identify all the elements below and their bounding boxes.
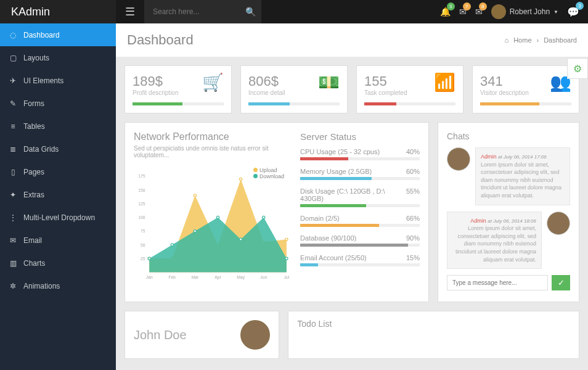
sidebar-item-extras[interactable]: ✦Extras	[0, 183, 116, 206]
server-pct: 55%	[406, 187, 420, 202]
sidebar-item-label: Extras	[23, 191, 44, 199]
user-menu[interactable]: Robert John ▼	[491, 4, 558, 19]
svg-point-16	[194, 194, 196, 197]
sidebar-item-label: Forms	[23, 99, 44, 108]
server-pct: 66%	[406, 215, 420, 222]
svg-text:25: 25	[141, 257, 145, 261]
svg-text:75: 75	[141, 229, 145, 233]
avatar	[240, 320, 270, 350]
sidebar-icon: ✉	[9, 236, 17, 245]
svg-text:100: 100	[138, 215, 145, 220]
server-item: Database (90/100)90%	[300, 234, 420, 247]
sidebar-icon: ⋮	[9, 213, 17, 222]
bell-icon[interactable]: 🔔3	[440, 7, 451, 17]
search-icon[interactable]: 🔍	[245, 7, 256, 17]
sidebar-icon: ▢	[9, 54, 17, 62]
page-header: Dashboard ⌂ Home › Dashboard	[116, 23, 588, 57]
sidebar-item-tables[interactable]: ≡Tables	[0, 115, 116, 138]
sidebar-item-label: Data Grids	[23, 145, 59, 154]
sidebar-item-pages[interactable]: ▯Pages	[0, 160, 116, 183]
settings-gear-icon[interactable]: ⚙	[567, 58, 588, 79]
svg-text:Feb: Feb	[169, 275, 176, 279]
svg-text:Jan: Jan	[146, 275, 153, 279]
svg-point-25	[240, 238, 242, 240]
sidebar-icon: ✈	[9, 76, 17, 85]
envelope-icon[interactable]: ✉7	[459, 7, 467, 17]
server-item: CPU Usage (25 - 32 cpus)40%	[300, 148, 420, 160]
stat-icon: 🛒	[202, 72, 224, 92]
avatar	[491, 4, 506, 19]
svg-point-23	[194, 230, 196, 232]
user-card-name: John Doe	[134, 328, 187, 342]
server-title: Server Status	[300, 131, 420, 142]
sidebar-item-data-grids[interactable]: ≣Data Grids	[0, 138, 116, 160]
page-title: Dashboard	[127, 32, 194, 48]
server-item: Memory Usage (2.5GB)60%	[300, 168, 420, 180]
envelope-badge: 7	[463, 2, 471, 10]
server-label: Email Account (25/50)	[300, 254, 367, 261]
search-input[interactable]	[153, 7, 245, 16]
stat-icon: 💵	[318, 72, 340, 92]
send-button[interactable]: ✓	[552, 275, 570, 290]
tasks-icon[interactable]: ✉8	[475, 7, 483, 17]
menu-toggle-icon[interactable]: ☰	[116, 5, 144, 18]
sidebar-item-label: Layouts	[23, 54, 49, 62]
chat-author: Admin	[481, 154, 497, 160]
network-chart: Upload Download 255075100125150175JanFeb…	[134, 163, 289, 293]
chat-input[interactable]	[447, 275, 548, 290]
stat-card: 341Visitor description👥	[472, 65, 579, 113]
server-pct: 60%	[406, 168, 420, 175]
chevron-right-icon: ›	[537, 36, 539, 44]
breadcrumb-home[interactable]: Home	[513, 36, 531, 44]
sidebar-icon: ✲	[9, 282, 17, 290]
sidebar-icon: ✦	[9, 191, 17, 199]
sidebar-item-email[interactable]: ✉Email	[0, 229, 116, 252]
sidebar-item-forms[interactable]: ✎Forms	[0, 92, 116, 115]
sidebar-item-multi-level-dropdown[interactable]: ⋮Multi-Level Dropdown	[0, 206, 116, 229]
sidebar-icon: ▥	[9, 259, 17, 268]
search-box[interactable]: 🔍	[144, 0, 261, 23]
svg-text:150: 150	[138, 188, 145, 192]
svg-point-20	[285, 238, 288, 240]
sidebar-icon: ✎	[9, 99, 17, 108]
svg-text:Jul: Jul	[284, 275, 289, 279]
chevron-down-icon: ▼	[553, 9, 558, 15]
sidebar-item-dashboard[interactable]: ◌Dashboard	[0, 23, 116, 46]
server-pct: 90%	[406, 234, 420, 242]
sidebar-item-layouts[interactable]: ▢Layouts	[0, 46, 116, 69]
svg-point-27	[285, 257, 288, 260]
sidebar-item-label: Multi-Level Dropdown	[23, 213, 95, 222]
sidebar-item-label: Email	[23, 236, 42, 245]
stat-card: 155Task completed📶	[356, 65, 463, 113]
sidebar-item-label: Dashboard	[23, 31, 60, 39]
bell-badge: 3	[447, 2, 455, 10]
chat-text: Lorem ipsum dolor sit amet, consectetuer…	[481, 162, 561, 199]
server-label: Disk Usage (C:\ 120GB , D:\ 430GB)	[300, 187, 406, 202]
sidebar-item-charts[interactable]: ▥Charts	[0, 252, 116, 274]
server-pct: 15%	[406, 254, 420, 261]
stat-icon: 📶	[434, 72, 455, 92]
network-subtitle: Sed ut perspiciatis unde omnis iste natu…	[134, 145, 289, 158]
sidebar-icon: ≡	[9, 122, 17, 131]
sidebar-item-ui-elements[interactable]: ✈UI Elements	[0, 69, 116, 92]
chat-text: Lorem ipsum dolor sit amet, consectetuer…	[455, 225, 536, 262]
svg-text:125: 125	[138, 202, 145, 206]
breadcrumb: ⌂ Home › Dashboard	[505, 36, 578, 44]
sidebar-item-animations[interactable]: ✲Animations	[0, 274, 116, 297]
sidebar-item-label: UI Elements	[23, 76, 63, 85]
sidebar-icon: ◌	[9, 31, 17, 39]
sidebar-icon: ▯	[9, 168, 17, 176]
server-label: Domain (2/5)	[300, 215, 340, 222]
sidebar-item-label: Tables	[23, 122, 45, 131]
logo[interactable]: KAdmin	[0, 0, 116, 23]
sidebar-item-label: Pages	[23, 168, 44, 176]
chat-bubble-icon[interactable]: 💬3	[567, 6, 579, 18]
server-item: Email Account (25/50)15%	[300, 254, 420, 266]
server-item: Disk Usage (C:\ 120GB , D:\ 430GB)55%	[300, 187, 420, 207]
svg-point-21	[148, 257, 150, 260]
svg-text:175: 175	[138, 174, 145, 178]
server-label: CPU Usage (25 - 32 cpus)	[300, 148, 380, 155]
server-pct: 40%	[406, 148, 420, 155]
home-icon[interactable]: ⌂	[505, 36, 509, 44]
server-item: Domain (2/5)66%	[300, 215, 420, 227]
